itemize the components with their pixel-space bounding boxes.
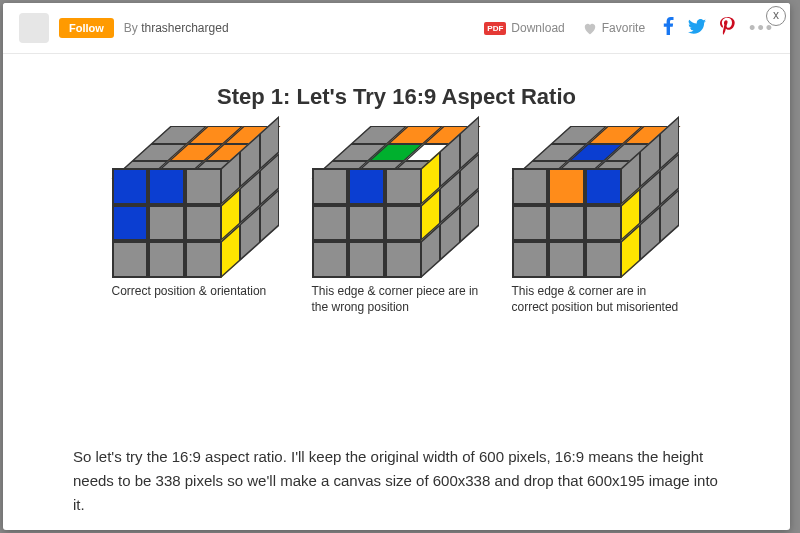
follow-button[interactable]: Follow xyxy=(59,18,114,38)
avatar[interactable] xyxy=(19,13,49,43)
author-name[interactable]: thrashercharged xyxy=(141,21,228,35)
facebook-icon[interactable] xyxy=(663,17,674,39)
pdf-icon: PDF xyxy=(484,22,506,35)
figure-caption: This edge & corner are in correct positi… xyxy=(512,284,682,315)
modal-content: Follow By thrashercharged PDF Download F… xyxy=(3,3,790,530)
article-header: Follow By thrashercharged PDF Download F… xyxy=(3,3,790,54)
figure-1: Correct position & orientation xyxy=(112,128,282,315)
pinterest-icon[interactable] xyxy=(720,17,735,39)
heart-icon xyxy=(583,22,597,35)
download-button[interactable]: PDF Download xyxy=(484,21,564,35)
figure-caption: This edge & corner piece are in the wron… xyxy=(312,284,482,315)
figure-2: This edge & corner piece are in the wron… xyxy=(312,128,482,315)
figure-caption: Correct position & orientation xyxy=(112,284,267,300)
figure-row: Correct position & orientation This edge… xyxy=(73,128,720,315)
byline: By thrashercharged xyxy=(124,21,229,35)
cube-image[interactable] xyxy=(312,128,482,278)
cube-image[interactable] xyxy=(512,128,682,278)
favorite-button[interactable]: Favorite xyxy=(583,21,645,35)
close-icon[interactable]: x xyxy=(766,6,786,26)
figure-3: This edge & corner are in correct positi… xyxy=(512,128,682,315)
favorite-label: Favorite xyxy=(602,21,645,35)
paragraph: So let's try the 16:9 aspect ratio. I'll… xyxy=(73,445,720,517)
social-share: ••• xyxy=(663,17,774,39)
by-prefix: By xyxy=(124,21,141,35)
step-title: Step 1: Let's Try 16:9 Aspect Ratio xyxy=(73,84,720,110)
download-label: Download xyxy=(511,21,564,35)
article-body: Step 1: Let's Try 16:9 Aspect Ratio Corr… xyxy=(3,54,790,530)
cube-image[interactable] xyxy=(112,128,282,278)
twitter-icon[interactable] xyxy=(688,19,706,38)
header-actions: PDF Download Favorite ••• xyxy=(484,17,774,39)
